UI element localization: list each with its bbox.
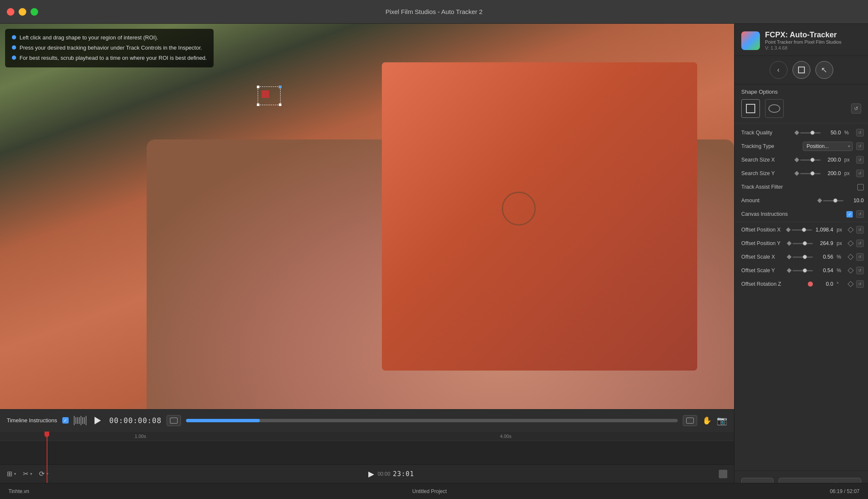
canvas-instructions-reset[interactable]: ↺ [856,210,864,218]
minimize-button[interactable] [19,8,26,16]
offset-pos-y-reset[interactable]: ↺ [856,240,864,247]
slider-diamond-y [794,171,799,176]
offset-pos-x-thumb [802,228,806,232]
maximize-button[interactable] [31,8,38,16]
transport-play-icon[interactable]: ▶ [368,469,374,479]
video-bag [382,62,698,371]
view-button[interactable] [167,415,181,426]
offset-scale-y-track[interactable] [793,270,813,271]
offset-scale-y-reset[interactable]: ↺ [856,267,864,274]
offset-pos-x-slider[interactable] [787,228,812,231]
track-assist-filter-checkbox[interactable] [857,184,864,190]
close-button[interactable] [7,8,14,16]
offset-pos-y-keyframe[interactable] [848,240,854,246]
slider-track-y[interactable] [800,173,821,174]
timeline-bar: Timeline Instructions ✓ 00:00:00:08 [0,409,734,431]
tracking-type-dropdown-wrapper[interactable]: Position... Position & Scale Full Transf… [803,142,853,151]
offset-scale-x-diamond [787,254,791,259]
offset-rotation-z-keyframe[interactable] [848,281,854,287]
search-size-y-value: 200.0 [824,170,841,176]
offset-position-x-unit: px [837,227,845,233]
square-icon [798,66,805,74]
amount-diamond [817,198,822,203]
roi-corner-tl [257,86,259,88]
canvas-instructions-checkbox[interactable]: ✓ [846,211,853,217]
offset-pos-x-keyframe[interactable] [848,227,854,233]
back-nav-button[interactable]: ‹ [770,61,787,79]
offset-scale-x-value: 0.56 [816,254,833,260]
offset-pos-y-thumb [803,241,807,245]
offset-position-y-value: 264.9 [816,240,833,246]
amount-label: Amount [741,198,815,204]
offset-scale-x-unit: % [837,254,845,260]
amount-track[interactable] [823,200,843,201]
cursor-nav-button[interactable]: ↖ [815,61,833,79]
square-nav-button[interactable] [793,61,810,79]
offset-position-y-unit: px [837,240,845,246]
offset-pos-y-track[interactable] [793,243,813,244]
shape-square-button[interactable] [741,99,760,118]
layout-tool[interactable]: ⊞ ▾ [7,470,16,478]
shape-circle-button[interactable] [765,99,784,118]
offset-scale-x-keyframe[interactable] [848,254,854,260]
instruction-1: Left click and drag shape to your region… [12,34,207,42]
offset-pos-x-track[interactable] [792,229,812,231]
amount-value: 10.0 [847,198,864,204]
offset-rotation-z-row: Offset Rotation Z 0.0 ° ↺ [734,277,868,291]
camera-icon[interactable]: 📷 [717,415,727,426]
shape-oval-icon [768,104,780,113]
progress-fill [186,419,260,422]
amount-thumb [833,198,837,203]
tracking-type-label: Tracking Type [741,143,799,149]
roi-corner-bl [257,103,259,106]
traffic-lights[interactable] [7,8,38,16]
offset-rotation-z-label: Offset Rotation Z [741,281,804,287]
play-button[interactable] [92,414,104,427]
offset-scale-y-keyframe[interactable] [848,268,854,273]
canvas-instructions-label: Canvas Instructions [741,211,843,217]
offset-scale-x-slider[interactable] [787,255,813,259]
offset-rotation-z-reset[interactable]: ↺ [856,280,864,288]
offset-pos-y-slider[interactable] [787,242,813,245]
cursor-icon: ↖ [821,65,827,75]
search-size-y-reset[interactable]: ↺ [856,170,864,177]
plugin-subtitle: Point Tracker from Pixel Film Studios [765,39,841,45]
shape-reset-button[interactable]: ↺ [851,103,861,114]
search-size-y-slider[interactable] [795,172,821,175]
amount-slider[interactable] [818,199,843,202]
search-size-y-row: Search Size Y 200.0 px ↺ [734,167,868,180]
hand-icon[interactable]: ✋ [702,416,712,425]
slider-track[interactable] [800,132,821,134]
instruction-dot-3 [12,56,16,60]
plugin-header: FCPX: Auto-Tracker Point Tracker from Pi… [734,24,868,56]
offset-scale-x-track[interactable] [793,256,813,258]
search-size-x-slider[interactable] [795,158,821,162]
roi-box[interactable] [258,86,281,105]
tracking-type-reset[interactable]: ↺ [856,142,864,150]
track-quality-slider[interactable] [795,131,821,134]
timeline-zoom-handle[interactable] [719,470,727,478]
trim-tool[interactable]: ✂ ▾ [23,470,32,478]
progress-bar[interactable] [186,419,678,422]
track-quality-row: Track Quality 50.0 % ↺ [734,126,868,139]
offset-scale-y-slider[interactable] [787,269,813,272]
track-quality-reset[interactable]: ↺ [856,129,864,137]
offset-pos-x-reset[interactable]: ↺ [856,226,864,234]
ruler-mark-2: 1.00s [95,434,186,439]
offset-position-y-row: Offset Position Y 264.9 px ↺ [734,237,868,250]
monitor-icon [686,418,694,424]
offset-scale-x-reset[interactable]: ↺ [856,253,864,261]
search-size-x-row: Search Size X 200.0 px ↺ [734,153,868,167]
tracking-type-select[interactable]: Position... Position & Scale Full Transf… [803,142,853,151]
timeline-instructions-checkbox[interactable]: ✓ [62,417,69,424]
search-size-x-reset[interactable]: ↺ [856,156,864,164]
roi-corner-br [279,103,281,106]
video-preview[interactable]: Left click and drag shape to your region… [0,24,734,409]
roi-dot [279,86,281,88]
slider-track-x[interactable] [800,159,821,161]
status-center: Untitled Project [412,488,447,494]
search-size-x-unit: px [844,157,853,163]
status-left: Tinhte.vn [8,488,29,494]
instructions-overlay: Left click and drag shape to your region… [5,29,214,67]
monitor-button[interactable] [683,415,697,426]
